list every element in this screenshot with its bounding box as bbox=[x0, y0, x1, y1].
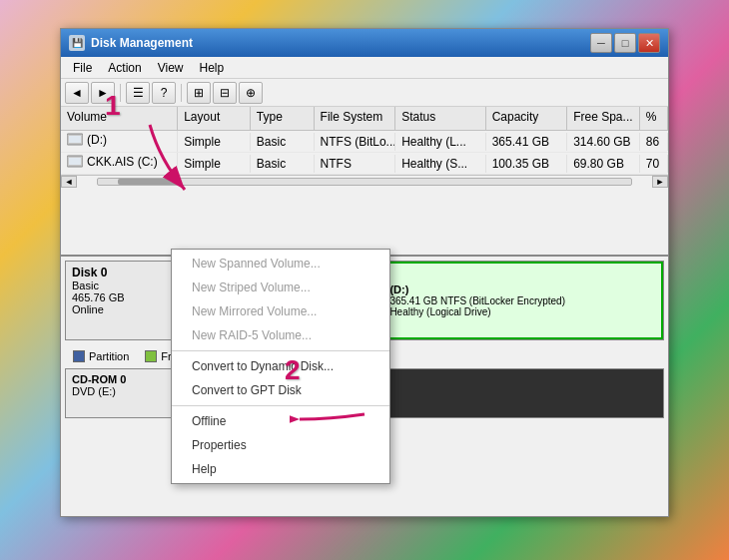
cell-capacity-c: 100.35 GB bbox=[486, 155, 568, 173]
context-menu: New Spanned Volume... New Striped Volume… bbox=[171, 249, 390, 484]
col-header-freespace[interactable]: Free Spa... bbox=[567, 107, 640, 130]
cd-subname: DVD (E:) bbox=[72, 385, 169, 397]
legend-freespace-color bbox=[145, 350, 157, 362]
ctx-new-mirrored[interactable]: New Mirrored Volume... bbox=[172, 299, 389, 323]
close-button[interactable]: ✕ bbox=[638, 33, 660, 53]
legend-partition: Partition bbox=[73, 350, 129, 362]
title-bar: 💾 Disk Management ─ □ ✕ bbox=[61, 29, 668, 57]
cell-freespace-c: 69.80 GB bbox=[567, 155, 640, 173]
menu-file[interactable]: File bbox=[65, 59, 100, 77]
cell-capacity-d: 365.41 GB bbox=[486, 133, 568, 151]
toolbar-separator-2 bbox=[181, 84, 182, 102]
cd-label: CD-ROM 0 DVD (E:) bbox=[66, 369, 176, 417]
disk0-status: Online bbox=[72, 303, 169, 315]
svg-rect-3 bbox=[69, 158, 81, 165]
menu-bar: File Action View Help bbox=[61, 57, 668, 79]
legend-partition-color bbox=[73, 350, 85, 362]
annotation-number-2: 2 bbox=[285, 354, 301, 386]
tool3-button[interactable]: ⊕ bbox=[239, 82, 263, 104]
cell-pct-d: 86 bbox=[640, 133, 668, 151]
tool1-button[interactable]: ⊞ bbox=[187, 82, 211, 104]
cell-status-d: Healthy (L... bbox=[395, 133, 485, 151]
cd-name: CD-ROM 0 bbox=[72, 373, 169, 385]
disk0-size: 465.76 GB bbox=[72, 291, 169, 303]
annotation-number-1: 1 bbox=[105, 90, 121, 122]
cell-pct-c: 70 bbox=[640, 155, 668, 173]
annotation-arrow-2 bbox=[290, 384, 369, 444]
ctx-convert-dynamic[interactable]: Convert to Dynamic Disk... bbox=[172, 354, 389, 378]
scroll-left-button[interactable]: ◄ bbox=[61, 176, 77, 188]
disk0-label: Disk 0 Basic 465.76 GB Online bbox=[66, 262, 176, 339]
ctx-new-spanned[interactable]: New Spanned Volume... bbox=[172, 252, 389, 276]
tool2-button[interactable]: ⊟ bbox=[213, 82, 237, 104]
partition-d[interactable]: (D:) 365.41 GB NTFS (BitLocker Encrypted… bbox=[381, 262, 663, 339]
menu-action[interactable]: Action bbox=[100, 59, 149, 77]
cell-type-c: Basic bbox=[251, 155, 315, 173]
cell-type-d: Basic bbox=[251, 133, 315, 151]
minimize-button[interactable]: ─ bbox=[590, 33, 612, 53]
ctx-new-striped[interactable]: New Striped Volume... bbox=[172, 276, 389, 299]
partition-d-detail1: 365.41 GB NTFS (BitLocker Encrypted) bbox=[389, 295, 655, 306]
volume-icon-d: (D:) bbox=[67, 133, 107, 147]
disk0-type: Basic bbox=[72, 280, 169, 291]
cell-freespace-d: 314.60 GB bbox=[567, 133, 640, 151]
scroll-right-button[interactable]: ► bbox=[652, 176, 668, 188]
title-bar-buttons: ─ □ ✕ bbox=[590, 33, 660, 53]
back-button[interactable]: ◄ bbox=[65, 82, 89, 104]
cell-status-c: Healthy (S... bbox=[395, 155, 485, 173]
disk0-name: Disk 0 bbox=[72, 266, 169, 280]
partition-d-name: (D:) bbox=[389, 283, 655, 295]
col-header-status[interactable]: Status bbox=[395, 107, 485, 130]
cell-fs-c: NTFS bbox=[315, 155, 396, 173]
help-button[interactable]: ? bbox=[152, 82, 176, 104]
ctx-help[interactable]: Help bbox=[172, 457, 389, 481]
window-icon: 💾 bbox=[69, 35, 85, 51]
window-title: Disk Management bbox=[91, 36, 590, 50]
legend-partition-label: Partition bbox=[89, 350, 129, 362]
menu-view[interactable]: View bbox=[150, 59, 192, 77]
maximize-button[interactable]: □ bbox=[614, 33, 636, 53]
col-header-capacity[interactable]: Capacity bbox=[486, 107, 568, 130]
cell-fs-d: NTFS (BitLo... bbox=[315, 133, 396, 151]
ctx-separator-1 bbox=[172, 350, 389, 351]
svg-rect-1 bbox=[69, 136, 81, 143]
annotation-arrow-1 bbox=[130, 120, 190, 200]
view-button[interactable]: ☰ bbox=[126, 82, 150, 104]
col-header-type[interactable]: Type bbox=[251, 107, 315, 130]
ctx-new-raid5[interactable]: New RAID-5 Volume... bbox=[172, 323, 389, 347]
col-header-pct[interactable]: % bbox=[640, 107, 668, 130]
col-header-filesystem[interactable]: File System bbox=[315, 107, 396, 130]
toolbar: ◄ ► ☰ ? ⊞ ⊟ ⊕ bbox=[61, 79, 668, 107]
menu-help[interactable]: Help bbox=[192, 59, 233, 77]
partition-d-detail2: Healthy (Logical Drive) bbox=[389, 306, 655, 317]
